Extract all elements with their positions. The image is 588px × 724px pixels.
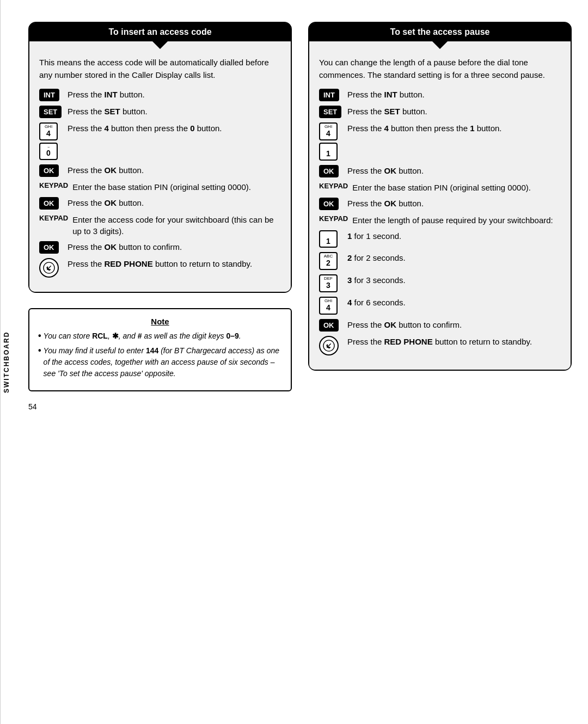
num1-icon: 1: [319, 230, 343, 248]
right-column: To set the access pause You can change t…: [308, 22, 572, 702]
ok-button-icon: OK: [319, 165, 343, 177]
step-row: KEYPAD Enter the length of pause require…: [319, 214, 561, 226]
num4-btn[interactable]: GHI 4: [319, 297, 338, 315]
right-section-body: You can change the length of a pause bef…: [309, 41, 571, 370]
ok-button-icon: OK: [39, 241, 63, 254]
step-text: Press the OK button.: [68, 197, 281, 208]
step-text: Press the RED PHONE button to return to …: [68, 258, 281, 269]
num3-icon: DEF 3: [319, 274, 343, 292]
step-row: KEYPAD Enter the access code for your sw…: [39, 214, 281, 237]
int-button-icon: INT: [39, 89, 63, 101]
step-text: Press the SET button.: [347, 106, 561, 117]
step-row: GHI 4 4 for 6 seconds.: [319, 297, 561, 315]
two-columns: To insert an access code This means the …: [28, 22, 572, 702]
step-row: INT Press the INT button.: [39, 89, 281, 101]
bullet-dot: •: [38, 345, 41, 379]
num4-btn[interactable]: GHI 4: [39, 122, 58, 140]
keypad-icon: KEYPAD: [39, 181, 68, 189]
step-row: Press the RED PHONE button to return to …: [39, 258, 281, 278]
num-buttons-icon: GHI 4 1: [319, 122, 343, 161]
num2-icon: ABC 2: [319, 252, 343, 270]
left-column: To insert an access code This means the …: [28, 22, 292, 702]
step-row: Press the RED PHONE button to return to …: [319, 336, 561, 355]
int-btn[interactable]: INT: [319, 89, 339, 101]
keypad-icon: KEYPAD: [319, 182, 348, 190]
page-wrapper: SWITCHBOARD To insert an access code Thi…: [0, 0, 588, 724]
ok-btn[interactable]: OK: [319, 198, 339, 210]
step-text: 3 for 3 seconds.: [347, 274, 561, 286]
note-bullet-text-2: You may find it useful to enter 144 (for…: [44, 345, 282, 379]
red-phone-btn[interactable]: [39, 258, 59, 278]
main-content: To insert an access code This means the …: [12, 0, 588, 724]
ok-btn[interactable]: OK: [39, 197, 59, 210]
red-phone-icon: [319, 336, 343, 355]
red-phone-icon: [39, 258, 63, 278]
step-row: OK Press the OK button.: [319, 165, 561, 177]
num2-btn[interactable]: ABC 2: [319, 252, 338, 270]
page-number: 54: [28, 402, 292, 411]
num4-btn[interactable]: GHI 4: [319, 122, 338, 140]
ok-btn[interactable]: OK: [39, 241, 59, 254]
num1-btn[interactable]: 1: [319, 143, 338, 161]
ok-button-icon: OK: [319, 198, 343, 210]
step-row: DEF 3 3 for 3 seconds.: [319, 274, 561, 292]
left-section-box: To insert an access code This means the …: [28, 22, 292, 293]
keypad-label: KEYPAD: [39, 214, 68, 222]
step-row: OK Press the OK button.: [39, 197, 281, 210]
keypad-icon: KEYPAD: [39, 214, 68, 222]
num0-btn[interactable]: ⌣ 0: [39, 143, 58, 160]
step-text: 4 for 6 seconds.: [347, 297, 561, 308]
ok-btn[interactable]: OK: [39, 164, 59, 177]
step-text: Press the 4 button then press the 0 butt…: [68, 122, 281, 134]
step-text: Press the OK button.: [347, 198, 561, 209]
step-row: 1 1 for 1 second.: [319, 230, 561, 248]
step-row: OK Press the OK button to confirm.: [319, 319, 561, 332]
note-box: Note • You can store RCL, ✱, and # as we…: [28, 308, 292, 391]
red-phone-btn[interactable]: [319, 336, 339, 355]
keypad-label: KEYPAD: [319, 182, 348, 190]
step-text: Press the INT button.: [347, 89, 561, 100]
note-bullet-2: • You may find it useful to enter 144 (f…: [38, 345, 282, 379]
num4-icon: GHI 4: [319, 297, 343, 315]
step-text: 2 for 2 seconds.: [347, 252, 561, 263]
step-text: Enter the base station PIN (original set…: [72, 181, 281, 193]
set-button-icon: SET: [39, 106, 63, 118]
step-row: SET Press the SET button.: [319, 106, 561, 118]
step-text: Press the INT button.: [68, 89, 281, 100]
step-row: OK Press the OK button.: [39, 164, 281, 177]
step-text: Enter the base station PIN (original set…: [352, 182, 561, 193]
num1-btn[interactable]: 1: [319, 230, 338, 248]
step-text: Enter the access code for your switchboa…: [72, 214, 281, 237]
set-btn[interactable]: SET: [39, 106, 62, 118]
step-row: OK Press the OK button to confirm.: [39, 241, 281, 254]
ok-btn[interactable]: OK: [319, 165, 339, 177]
keypad-label: KEYPAD: [319, 214, 348, 223]
ok-button-icon: OK: [319, 319, 343, 332]
step-row: OK Press the OK button.: [319, 198, 561, 210]
set-button-icon: SET: [319, 106, 343, 118]
step-text: Press the RED PHONE button to return to …: [347, 336, 561, 347]
sidebar-label: SWITCHBOARD: [0, 0, 12, 724]
left-intro-text: This means the access code will be autom…: [39, 57, 281, 81]
left-section-body: This means the access code will be autom…: [29, 41, 291, 292]
step-row: GHI 4 1 Press the 4 button then pre: [319, 122, 561, 161]
int-btn[interactable]: INT: [39, 89, 59, 101]
step-row: GHI 4 ⌣ 0 Press the 4 button then pre: [39, 122, 281, 160]
step-row: KEYPAD Enter the base station PIN (origi…: [39, 181, 281, 193]
num3-btn[interactable]: DEF 3: [319, 274, 338, 292]
set-btn[interactable]: SET: [319, 106, 341, 118]
note-bullet-text-1: You can store RCL, ✱, and # as well as t…: [44, 330, 241, 342]
ok-button-icon: OK: [39, 197, 63, 210]
step-row: KEYPAD Enter the base station PIN (origi…: [319, 182, 561, 193]
note-title: Note: [38, 317, 282, 326]
right-section-title: To set the access pause: [309, 23, 571, 41]
step-text: 1 for 1 second.: [347, 230, 561, 242]
keypad-label: KEYPAD: [39, 181, 68, 189]
int-button-icon: INT: [319, 89, 343, 101]
ok-btn[interactable]: OK: [319, 319, 339, 332]
step-text: Enter the length of pause required by yo…: [352, 214, 561, 226]
right-section-box: To set the access pause You can change t…: [308, 22, 572, 371]
step-text: Press the OK button to confirm.: [68, 241, 281, 253]
step-row: ABC 2 2 for 2 seconds.: [319, 252, 561, 270]
step-text: Press the OK button.: [347, 165, 561, 176]
